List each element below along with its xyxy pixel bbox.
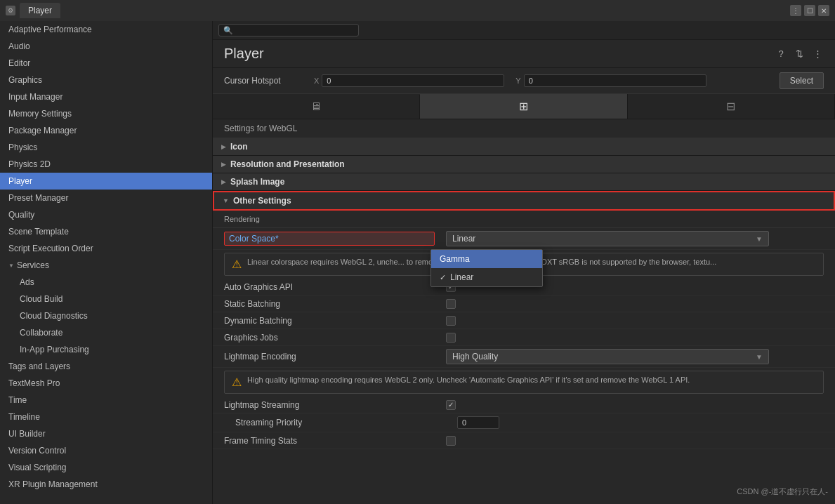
select-button[interactable]: Select (780, 72, 824, 89)
webgl-icon: ⊞ (519, 100, 528, 113)
dropdown-arrow-icon: ▼ (756, 235, 763, 243)
tab-other[interactable]: ⊟ (628, 94, 835, 119)
color-space-dropdown[interactable]: Linear ▼ (446, 231, 769, 246)
streaming-priority-value (457, 416, 499, 429)
more-icon[interactable]: ⋮ (811, 48, 824, 60)
sidebar-item-quality[interactable]: Quality (0, 206, 212, 223)
sidebar-item-script-execution-order[interactable]: Script Execution Order (0, 240, 212, 257)
title-tab: Player (20, 3, 60, 18)
sidebar-item-package-manager[interactable]: Package Manager (0, 122, 212, 139)
sidebar-item-player[interactable]: Player (0, 173, 212, 190)
lightmap-streaming-value (446, 400, 456, 410)
lightmap-streaming-label: Lightmap Streaming (224, 400, 435, 410)
option-gamma[interactable]: Gamma (431, 250, 542, 268)
streaming-priority-input[interactable] (457, 416, 499, 429)
sidebar-item-services[interactable]: ▼ Services (0, 257, 212, 274)
sidebar-item-in-app-purchasing[interactable]: In-App Purchasing (0, 341, 212, 358)
sidebar-item-timeline[interactable]: Timeline (0, 409, 212, 425)
x-coord-group: X (314, 74, 504, 87)
graphics-jobs-label: Graphics Jobs (224, 333, 435, 343)
sidebar-item-editor[interactable]: Editor (0, 55, 212, 72)
splash-section-title: Splash Image (230, 177, 284, 187)
content-scroll[interactable]: ▶ Icon ▶ Resolution and Presentation ▶ S… (213, 138, 835, 504)
color-space-label: Color Space* (224, 232, 435, 246)
more-options-btn[interactable]: ⋮ (790, 5, 801, 16)
lightmap-warning-text: High quality lightmap encoding requires … (247, 376, 690, 384)
streaming-priority-label: Streaming Priority (235, 418, 446, 427)
layout-icon[interactable]: ⇅ (793, 48, 806, 60)
icon-section-title: Icon (230, 142, 248, 152)
section-resolution[interactable]: ▶ Resolution and Presentation (213, 156, 835, 173)
lightmap-encoding-arrow-icon: ▼ (756, 353, 763, 361)
main-layout: Adaptive Performance Audio Editor Graphi… (0, 21, 835, 504)
close-btn[interactable]: ✕ (818, 5, 829, 16)
lightmap-warning: ⚠ High quality lightmap encoding require… (224, 371, 824, 394)
services-arrow: ▼ (8, 263, 14, 269)
lightmap-encoding-row: Lightmap Encoding High Quality ▼ (213, 346, 835, 368)
sidebar-item-graphics[interactable]: Graphics (0, 72, 212, 88)
sidebar-item-preset-manager[interactable]: Preset Manager (0, 190, 212, 206)
dynamic-batching-checkbox[interactable] (446, 316, 456, 326)
lightmap-encoding-selected: High Quality (452, 352, 498, 362)
sidebar-item-scene-template[interactable]: Scene Template (0, 223, 212, 240)
sidebar-item-input-manager[interactable]: Input Manager (0, 88, 212, 105)
sidebar-item-tags-and-layers[interactable]: Tags and Layers (0, 358, 212, 375)
warning-icon: ⚠ (232, 258, 242, 271)
splash-section-arrow: ▶ (221, 178, 226, 185)
linear-option-label: Linear (450, 272, 473, 282)
title-bar-controls: ⋮ ☐ ✕ (790, 5, 829, 16)
sidebar-item-version-control[interactable]: Version Control (0, 442, 212, 459)
lightmap-encoding-dropdown[interactable]: High Quality ▼ (446, 349, 769, 364)
gamma-option-label: Gamma (440, 254, 470, 264)
sidebar-item-cloud-build[interactable]: Cloud Build (0, 291, 212, 307)
sidebar-item-audio[interactable]: Audio (0, 38, 212, 55)
content-area: Player ? ⇅ ⋮ Cursor Hotspot X Y Select 🖥 (213, 21, 835, 504)
section-other-settings[interactable]: ▼ Other Settings (213, 191, 835, 211)
sidebar-item-xr-plugin-management[interactable]: XR Plugin Management (0, 476, 212, 493)
sidebar: Adaptive Performance Audio Editor Graphi… (0, 21, 213, 504)
color-space-selected: Linear (452, 234, 475, 244)
graphics-jobs-checkbox[interactable] (446, 333, 456, 343)
linear-checkmark: ✓ (440, 273, 446, 282)
color-space-value: Linear ▼ (446, 231, 824, 246)
sidebar-item-time[interactable]: Time (0, 392, 212, 409)
sidebar-item-physics[interactable]: Physics (0, 139, 212, 156)
option-linear[interactable]: ✓ Linear (431, 268, 542, 286)
x-label: X (314, 77, 319, 85)
resolution-section-title: Resolution and Presentation (230, 159, 345, 169)
x-input[interactable] (322, 74, 504, 87)
color-space-row: Color Space* Linear ▼ Gamma ✓ (213, 228, 835, 250)
sidebar-item-visual-scripting[interactable]: Visual Scripting (0, 459, 212, 476)
frame-timing-stats-checkbox[interactable] (446, 436, 456, 446)
content-header: Player ? ⇅ ⋮ (213, 40, 835, 68)
lightmap-streaming-checkbox[interactable] (446, 400, 456, 410)
search-input[interactable] (218, 24, 359, 37)
maximize-btn[interactable]: ☐ (804, 5, 815, 16)
help-icon[interactable]: ? (775, 48, 787, 60)
sidebar-item-cloud-diagnostics[interactable]: Cloud Diagnostics (0, 307, 212, 324)
color-space-dropdown-popup: Gamma ✓ Linear (430, 249, 543, 287)
sidebar-item-ads[interactable]: Ads (0, 274, 212, 291)
frame-timing-stats-label: Frame Timing Stats (224, 436, 435, 446)
other-settings-arrow: ▼ (223, 197, 229, 204)
tab-webgl[interactable]: ⊞ (420, 94, 627, 119)
tab-desktop[interactable]: 🖥 (213, 95, 420, 119)
section-splash[interactable]: ▶ Splash Image (213, 173, 835, 191)
sidebar-item-ui-builder[interactable]: UI Builder (0, 425, 212, 442)
color-space-wrapper: Color Space* Linear ▼ Gamma ✓ (213, 228, 835, 250)
header-icons: ? ⇅ ⋮ (775, 48, 824, 60)
frame-timing-stats-value (446, 436, 456, 446)
section-icon[interactable]: ▶ Icon (213, 138, 835, 156)
sidebar-item-adaptive-performance[interactable]: Adaptive Performance (0, 21, 212, 38)
static-batching-checkbox[interactable] (446, 299, 456, 309)
sidebar-item-collaborate[interactable]: Collaborate (0, 324, 212, 341)
other-icon: ⊟ (726, 100, 735, 113)
resolution-section-arrow: ▶ (221, 161, 226, 168)
title-bar: ⚙ Player ⋮ ☐ ✕ (0, 0, 835, 21)
lightmap-encoding-label: Lightmap Encoding (224, 352, 435, 362)
sidebar-item-textmesh-pro[interactable]: TextMesh Pro (0, 375, 212, 392)
sidebar-item-physics-2d[interactable]: Physics 2D (0, 156, 212, 173)
dynamic-batching-value (446, 316, 456, 326)
y-input[interactable] (524, 74, 706, 87)
sidebar-item-memory-settings[interactable]: Memory Settings (0, 105, 212, 122)
